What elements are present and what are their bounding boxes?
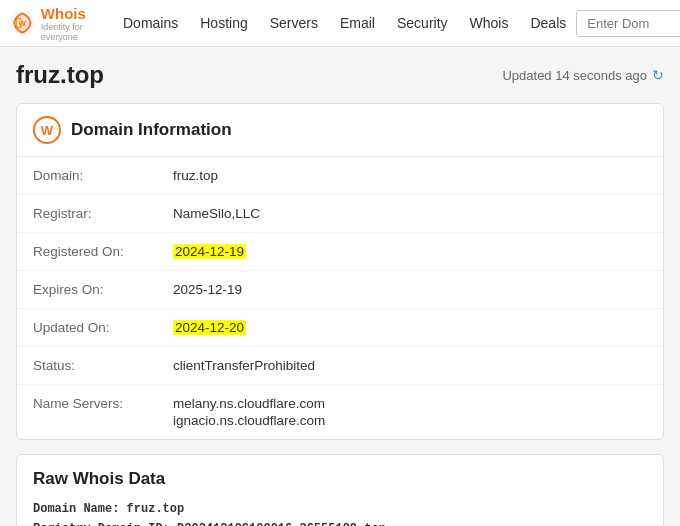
field-label-registered-on: Registered On: xyxy=(17,233,157,271)
nav-servers[interactable]: Servers xyxy=(260,0,328,47)
nameserver-1: melany.ns.cloudflare.com xyxy=(173,396,647,411)
field-label-expires-on: Expires On: xyxy=(17,271,157,309)
domain-info-card: W Domain Information Domain: fruz.top Re… xyxy=(16,103,664,440)
main-nav: Domains Hosting Servers Email Security W… xyxy=(113,0,576,47)
nameservers-list: melany.ns.cloudflare.com ignacio.ns.clou… xyxy=(173,396,647,428)
field-label-updated-on: Updated On: xyxy=(17,309,157,347)
field-value-registrar: NameSilo,LLC xyxy=(157,195,663,233)
table-row: Expires On: 2025-12-19 xyxy=(17,271,663,309)
domain-info-table: Domain: fruz.top Registrar: NameSilo,LLC… xyxy=(17,157,663,439)
table-row: Registrar: NameSilo,LLC xyxy=(17,195,663,233)
search-input[interactable] xyxy=(576,10,680,37)
nav-security[interactable]: Security xyxy=(387,0,458,47)
nav-domains[interactable]: Domains xyxy=(113,0,188,47)
page-content: fruz.top Updated 14 seconds ago ↻ W Doma… xyxy=(0,47,680,526)
logo-area[interactable]: W Whois Identity for everyone xyxy=(10,5,97,42)
table-row: Registered On: 2024-12-19 xyxy=(17,233,663,271)
nameserver-2: ignacio.ns.cloudflare.com xyxy=(173,413,647,428)
updated-on-highlight: 2024-12-20 xyxy=(173,320,246,335)
raw-whois-title: Raw Whois Data xyxy=(33,469,647,489)
table-row: Domain: fruz.top xyxy=(17,157,663,195)
field-value-domain: fruz.top xyxy=(157,157,663,195)
field-label-registrar: Registrar: xyxy=(17,195,157,233)
updated-text-label: Updated 14 seconds ago xyxy=(502,68,647,83)
raw-whois-card: Raw Whois Data Domain Name: fruz.top Reg… xyxy=(16,454,664,526)
field-label-status: Status: xyxy=(17,347,157,385)
field-value-updated-on: 2024-12-20 xyxy=(157,309,663,347)
logo-text: Whois xyxy=(41,5,97,22)
nav-deals[interactable]: Deals xyxy=(520,0,576,47)
table-row: Updated On: 2024-12-20 xyxy=(17,309,663,347)
nav-email[interactable]: Email xyxy=(330,0,385,47)
field-value-nameservers: melany.ns.cloudflare.com ignacio.ns.clou… xyxy=(157,385,663,440)
refresh-icon[interactable]: ↻ xyxy=(652,67,664,83)
raw-whois-content: Domain Name: fruz.top Registry Domain ID… xyxy=(33,499,647,526)
field-label-nameservers: Name Servers: xyxy=(17,385,157,440)
page-title-row: fruz.top Updated 14 seconds ago ↻ xyxy=(16,61,664,89)
field-value-status: clientTransferProhibited xyxy=(157,347,663,385)
raw-line-1: Domain Name: fruz.top xyxy=(33,499,647,519)
updated-status: Updated 14 seconds ago ↻ xyxy=(502,67,664,83)
table-row: Status: clientTransferProhibited xyxy=(17,347,663,385)
registered-on-highlight: 2024-12-19 xyxy=(173,244,246,259)
field-value-registered-on: 2024-12-19 xyxy=(157,233,663,271)
logo-tagline: Identity for everyone xyxy=(41,22,97,42)
table-row: Name Servers: melany.ns.cloudflare.com i… xyxy=(17,385,663,440)
field-label-domain: Domain: xyxy=(17,157,157,195)
whois-logo-icon: W xyxy=(10,5,35,41)
raw-line-2: Registry Domain ID: D20241219G100016_365… xyxy=(33,519,647,526)
domain-info-icon: W xyxy=(33,116,61,144)
nav-whois[interactable]: Whois xyxy=(460,0,519,47)
domain-info-title: Domain Information xyxy=(71,120,232,140)
page-title: fruz.top xyxy=(16,61,104,89)
search-wrap xyxy=(576,10,680,37)
svg-text:W: W xyxy=(19,19,27,28)
nav-hosting[interactable]: Hosting xyxy=(190,0,257,47)
site-header: W Whois Identity for everyone Domains Ho… xyxy=(0,0,680,47)
domain-info-card-header: W Domain Information xyxy=(17,104,663,157)
svg-text:W: W xyxy=(41,123,54,138)
field-value-expires-on: 2025-12-19 xyxy=(157,271,663,309)
